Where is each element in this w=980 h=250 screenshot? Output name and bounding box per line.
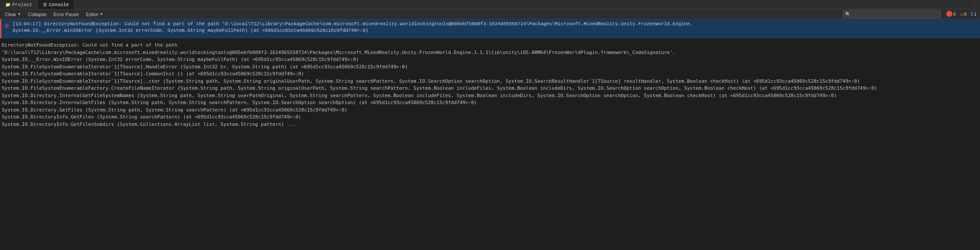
tab-console[interactable]: ☰ Console xyxy=(38,0,74,9)
info-badge[interactable]: ℹ 1 xyxy=(969,10,978,18)
error-message-detail: System.IO.__Error.WinIOError (System.Int… xyxy=(13,28,369,33)
tab-bar: 📁 Project ☰ Console ⋮ xyxy=(0,0,980,10)
more-options-button[interactable]: ⋮ xyxy=(968,2,980,7)
toolbar: Clear ▼ Collapse Error Pause Editor ▼ 🔍 … xyxy=(0,10,980,19)
main-content[interactable]: DirectoryNotFoundException: Could not fi… xyxy=(0,38,980,250)
warn-count: 0 xyxy=(964,12,967,17)
project-icon: 📁 xyxy=(5,2,10,7)
error-count: 0 xyxy=(953,12,956,17)
tab-project[interactable]: 📁 Project xyxy=(0,0,38,9)
console-icon: ☰ xyxy=(43,2,47,7)
search-input[interactable] xyxy=(852,12,939,17)
error-pause-button[interactable]: Error Pause xyxy=(50,10,82,18)
editor-dropdown-icon: ▼ xyxy=(100,12,103,16)
editor-label: Editor xyxy=(86,12,99,17)
error-banner-icon: ⊘ xyxy=(5,21,9,31)
error-icon: 🛑 xyxy=(946,11,953,17)
error-message-main: DirectoryNotFoundException: Could not fi… xyxy=(44,21,693,27)
stack-trace: DirectoryNotFoundException: Could not fi… xyxy=(2,42,978,128)
error-banner-text: [13:04:17] DirectoryNotFoundException: C… xyxy=(13,21,977,34)
badge-group: 🛑 0 ⚠ 0 ℹ 1 xyxy=(944,10,978,18)
warn-badge[interactable]: ⚠ 0 xyxy=(959,10,969,18)
search-icon: 🔍 xyxy=(845,12,850,17)
collapse-label: Collapse xyxy=(28,12,47,17)
tab-console-label: Console xyxy=(49,2,69,7)
collapse-button[interactable]: Collapse xyxy=(25,10,50,18)
error-badge[interactable]: 🛑 0 xyxy=(944,10,958,18)
error-timestamp: [13:04:17] xyxy=(13,21,41,27)
clear-label: Clear xyxy=(5,12,16,17)
error-pause-label: Error Pause xyxy=(53,12,79,17)
search-box: 🔍 xyxy=(843,10,941,18)
error-banner[interactable]: ⊘ [13:04:17] DirectoryNotFoundException:… xyxy=(0,19,980,38)
info-count: 1 xyxy=(973,12,977,17)
info-icon: ℹ xyxy=(971,11,973,17)
warn-icon: ⚠ xyxy=(960,11,963,17)
clear-dropdown-icon: ▼ xyxy=(17,12,21,16)
clear-button[interactable]: Clear ▼ xyxy=(2,10,24,18)
tab-project-label: Project xyxy=(12,2,32,7)
editor-button[interactable]: Editor ▼ xyxy=(83,10,107,18)
